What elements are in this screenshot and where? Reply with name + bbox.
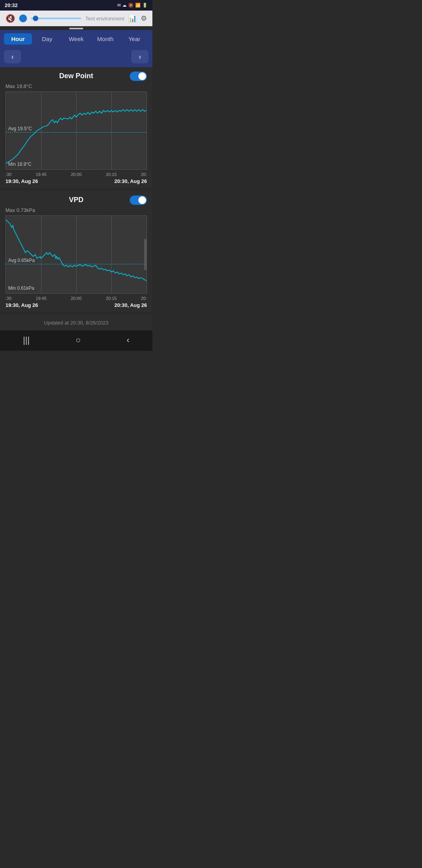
dew-point-toggle-thumb bbox=[138, 72, 146, 80]
dew-point-toggle[interactable] bbox=[130, 72, 147, 81]
vpd-end-date: 20:30, Aug 26 bbox=[114, 302, 147, 308]
tab-month[interactable]: Month bbox=[91, 33, 119, 45]
vpd-chart: Avg 0.65kPa Min 0.61kPa bbox=[5, 215, 147, 294]
vpd-time-label-4: 20: bbox=[141, 296, 147, 301]
status-bar: 20:32 ✉ ☁ 🔕 📶 🔋 bbox=[0, 0, 152, 11]
updated-bar: Updated at 20:30, 8/26/2023 bbox=[0, 315, 152, 330]
time-label-1: 19:45 bbox=[36, 172, 47, 177]
time-label-0: :30 bbox=[5, 172, 11, 177]
settings-icon[interactable]: ⚙ bbox=[141, 14, 147, 23]
cloud-icon: ☁ bbox=[122, 3, 127, 8]
navigation-row: ‹ › bbox=[0, 48, 152, 67]
vpd-section: VPD Max 0.73kPa Avg 0.65kPa Min 0.61kPa … bbox=[0, 191, 152, 312]
updated-text: Updated at 20:30, 8/26/2023 bbox=[44, 320, 109, 326]
vpd-svg bbox=[6, 216, 147, 293]
vpd-time-label-2: 20:00 bbox=[71, 296, 82, 301]
dew-point-chart: Avg 19.5°C Min 18.9°C bbox=[5, 91, 147, 170]
vpd-header: VPD bbox=[5, 196, 147, 204]
status-time: 20:32 bbox=[5, 2, 18, 8]
notification-bar: 🔇 Tent environment 📊 ⚙ bbox=[0, 11, 152, 26]
time-label-2: 20:00 bbox=[71, 172, 82, 177]
vpd-date-labels: 19:30, Aug 26 20:30, Aug 26 bbox=[5, 302, 147, 308]
dew-point-end-date: 20:30, Aug 26 bbox=[114, 178, 147, 184]
tab-day[interactable]: Day bbox=[33, 33, 61, 45]
bottom-nav-home[interactable]: ○ bbox=[75, 335, 80, 345]
vpd-time-labels: :30 19:45 20:00 20:15 20: bbox=[5, 296, 147, 301]
dew-point-title: Dew Point bbox=[5, 72, 147, 80]
dew-point-max: Max 19.8°C bbox=[5, 83, 147, 89]
mute-icon: 🔕 bbox=[128, 3, 134, 8]
vpd-scrollbar bbox=[144, 239, 147, 270]
vpd-time-label-0: :30 bbox=[5, 296, 11, 301]
dew-point-date-labels: 19:30, Aug 26 20:30, Aug 26 bbox=[5, 178, 147, 184]
vpd-title: VPD bbox=[5, 196, 147, 204]
wifi-icon: 📶 bbox=[135, 3, 141, 8]
notif-label: Tent environment bbox=[85, 16, 124, 22]
volume-bar-icon: 📊 bbox=[128, 14, 137, 23]
mute-volume-icon: 🔇 bbox=[5, 14, 15, 23]
dew-point-time-labels: :30 19:45 20:00 20:15 20: bbox=[5, 172, 147, 177]
volume-slider[interactable] bbox=[31, 18, 81, 19]
tab-year[interactable]: Year bbox=[120, 33, 148, 45]
dew-point-start-date: 19:30, Aug 26 bbox=[5, 178, 38, 184]
vpd-start-date: 19:30, Aug 26 bbox=[5, 302, 38, 308]
tab-week[interactable]: Week bbox=[62, 33, 90, 45]
vpd-toggle[interactable] bbox=[130, 195, 147, 205]
bottom-nav-back[interactable]: ‹ bbox=[127, 335, 129, 345]
bottom-nav-recents[interactable]: ||| bbox=[23, 335, 30, 345]
time-label-3: 20:15 bbox=[106, 172, 117, 177]
dew-point-svg bbox=[6, 92, 147, 169]
tab-hour[interactable]: Hour bbox=[4, 33, 32, 45]
tab-bar: Hour Day Week Month Year bbox=[0, 30, 152, 48]
msg-icon: ✉ bbox=[117, 3, 121, 8]
volume-slider-thumb bbox=[33, 16, 38, 21]
prev-button[interactable]: ‹ bbox=[4, 50, 21, 63]
vpd-time-label-1: 19:45 bbox=[36, 296, 47, 301]
volume-dot bbox=[19, 14, 27, 22]
time-label-4: 20: bbox=[141, 172, 147, 177]
status-icons: ✉ ☁ 🔕 📶 🔋 bbox=[117, 3, 148, 8]
next-button[interactable]: › bbox=[131, 50, 148, 63]
vpd-max: Max 0.73kPa bbox=[5, 207, 147, 213]
vpd-time-label-3: 20:15 bbox=[106, 296, 117, 301]
dew-point-section: Dew Point Max 19.8°C Avg 19.5°C Min 18.9… bbox=[0, 67, 152, 188]
vpd-toggle-thumb bbox=[138, 196, 146, 204]
battery-icon: 🔋 bbox=[142, 3, 148, 8]
dew-point-header: Dew Point bbox=[5, 72, 147, 80]
bottom-nav: ||| ○ ‹ bbox=[0, 330, 152, 351]
drawer-handle bbox=[69, 28, 83, 29]
